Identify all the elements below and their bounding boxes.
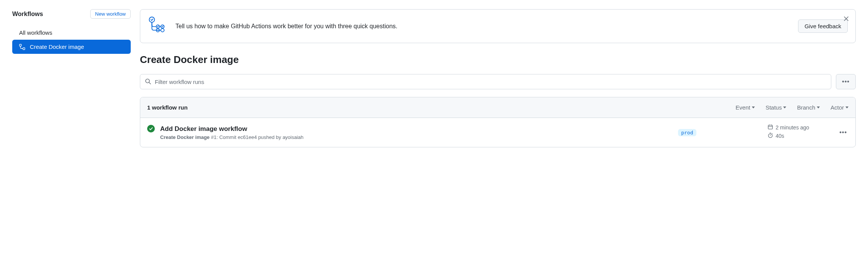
filter-label: Status (766, 104, 782, 111)
chevron-down-icon (817, 106, 820, 108)
time-column: 2 minutes ago 40s (767, 124, 832, 141)
run-title[interactable]: Add Docker image workflow (160, 125, 673, 133)
svg-point-2 (149, 17, 154, 22)
filter-input[interactable] (155, 79, 826, 85)
svg-rect-0 (19, 44, 21, 46)
svg-rect-1 (23, 48, 25, 50)
sidebar-item-create-docker-image[interactable]: Create Docker image (12, 40, 131, 54)
filter-label: Actor (831, 104, 844, 111)
branch-column: prod (678, 129, 762, 136)
give-feedback-button[interactable]: Give feedback (798, 19, 848, 33)
sidebar-item-label: All workflows (19, 29, 52, 36)
actions-graphic-icon (148, 16, 168, 37)
run-relative-time: 2 minutes ago (776, 124, 809, 131)
runs-filters: Event Status Branch Actor (736, 104, 849, 111)
svg-point-7 (158, 30, 159, 30)
feedback-banner: Tell us how to make GitHub Actions work … (140, 9, 856, 43)
svg-rect-10 (768, 125, 772, 129)
kebab-icon: ••• (839, 129, 847, 136)
workflow-kebab-button[interactable]: ••• (836, 74, 856, 89)
run-detail: : Commit ec61ee4 pushed by ayoisaiah (216, 134, 303, 140)
chevron-down-icon (845, 106, 849, 108)
sidebar: Workflows New workflow All workflows Cre… (12, 9, 131, 147)
sidebar-item-label: Create Docker image (30, 44, 84, 50)
chevron-down-icon (783, 106, 786, 108)
filter-label: Event (736, 104, 750, 111)
run-number: #1 (211, 134, 216, 140)
svg-point-8 (161, 29, 164, 32)
sidebar-header: Workflows New workflow (12, 9, 131, 19)
run-subtitle: Create Docker image #1: Commit ec61ee4 p… (160, 134, 673, 140)
close-icon[interactable] (842, 15, 850, 23)
run-kebab-button[interactable]: ••• (838, 128, 849, 137)
runs-header: 1 workflow run Event Status Branch Actor (140, 97, 855, 118)
page-title: Create Docker image (140, 54, 856, 66)
kebab-icon: ••• (842, 79, 850, 85)
new-workflow-button[interactable]: New workflow (90, 9, 131, 19)
filter-branch[interactable]: Branch (797, 104, 820, 111)
chevron-down-icon (752, 106, 755, 108)
success-icon (147, 125, 155, 132)
filter-event[interactable]: Event (736, 104, 755, 111)
filter-actor[interactable]: Actor (831, 104, 849, 111)
banner-text: Tell us how to make GitHub Actions work … (175, 23, 790, 30)
sidebar-item-all-workflows[interactable]: All workflows (12, 26, 131, 40)
run-main: Add Docker image workflow Create Docker … (160, 125, 673, 140)
run-workflow-name: Create Docker image (160, 134, 209, 140)
run-time: 2 minutes ago (767, 124, 832, 131)
run-duration: 40s (767, 132, 832, 139)
filter-input-wrap[interactable] (140, 74, 831, 89)
stopwatch-icon (767, 132, 773, 139)
filter-row: ••• (140, 74, 856, 89)
sidebar-title: Workflows (12, 11, 43, 18)
run-duration-value: 40s (776, 133, 784, 139)
search-icon (145, 78, 151, 86)
workflow-icon (19, 44, 25, 50)
branch-tag[interactable]: prod (678, 129, 696, 136)
calendar-icon (767, 124, 773, 131)
svg-point-6 (157, 30, 157, 30)
runs-count: 1 workflow run (147, 104, 736, 111)
filter-status[interactable]: Status (766, 104, 787, 111)
filter-label: Branch (797, 104, 815, 111)
runs-table: 1 workflow run Event Status Branch Actor (140, 97, 856, 147)
table-row[interactable]: Add Docker image workflow Create Docker … (140, 118, 855, 147)
main-content: Tell us how to make GitHub Actions work … (140, 9, 856, 147)
